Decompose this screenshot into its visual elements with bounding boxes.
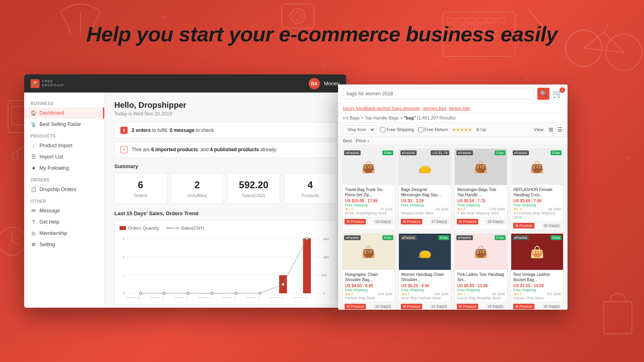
summary-cards: 6 Orders 2 Unfulfilled 592.20 Sales(USD)… [114,173,336,204]
breadcrumb: n's Bags > Top-Handle Bags > "bag" (1,45… [338,113,568,123]
free-badge-6: Free [438,235,449,240]
list-icon: ☰ [31,154,36,160]
product-card-2[interactable]: 👝 ePacket US $1.79 Bags Designer Messeng… [398,148,452,230]
product-name-5: Holographic Chain Shoulder Bag... [345,272,392,282]
free-shipping-checkbox[interactable] [380,127,385,132]
product-footer-2: 65 Sold [401,207,449,211]
svg-text:2019-11-11: 2019-11-11 [198,297,212,298]
product-sold-5: 234 Sold [378,292,392,296]
money-label[interactable]: Money [324,80,340,86]
sidebar-item-import-list[interactable]: ☰ Import List [24,151,104,162]
settings-icon: ⚙ [31,242,36,247]
svg-point-28 [0,227,26,255]
bar-day8 [303,239,311,293]
dot6 [259,292,261,294]
product-footer-8: ★4.8 312 Sold [514,292,561,296]
product-shipping-5: Free Shipping [345,288,392,292]
product-price-4: US $3.66 - 7.05 [514,199,561,203]
bag-emoji-1: 👜 [361,160,376,174]
sort-price[interactable]: Price ↕ [356,138,369,143]
product-price-5: US $4.50 - 8.99 [345,284,392,288]
process-button-5[interactable]: ⚙ Process [345,304,366,309]
process-button-4[interactable]: ⚙ Process [513,223,535,228]
svg-text:600: 600 [324,237,329,241]
product-info-1: Travel-Bag Trunk Six-Piece-Set Zip... US… [343,185,395,217]
list-view-icon[interactable]: ☰ [557,126,563,133]
cart-icon[interactable]: 🛒 1 [553,89,563,99]
process-days-7: 18 Day(s) [486,304,505,309]
product-card-4[interactable]: 👜 ePacket Free HEFLASHOR Female Handbag … [511,148,564,230]
tag-2[interactable]: women bag [423,106,446,111]
radar-icon: 📡 [31,121,36,127]
product-name-1: Travel-Bag Trunk Six-Piece-Set Zip... [345,187,392,197]
process-days-2: 17 Day(s) [430,219,449,224]
product-card-7[interactable]: 👜 ePacket Free Pink Ladies Tote Handbag … [454,233,508,310]
tag-3[interactable]: laptop bag [449,106,470,111]
sidebar-item-setting[interactable]: ⚙ Setting [24,239,104,250]
sidebar-item-best-selling[interactable]: 📡 Best Selling Radar [24,119,104,130]
svg-text:2: 2 [123,255,124,259]
product-shipping-7: Free Shipping [457,288,505,292]
free-shipping-filter[interactable]: Free Shipping [380,127,414,132]
process-button-3[interactable]: ⚙ Process [457,219,478,224]
bag-emoji-2: 👝 [418,160,432,174]
tag-1[interactable]: luxury handbags women bags designer [343,106,420,111]
product-footer-5: ★4.5 234 Sold [345,292,392,296]
svg-text:2019-11-15: 2019-11-15 [246,297,260,298]
product-card-5[interactable]: 👜 ePacket Free Holographic Chain Shoulde… [342,233,395,310]
svg-text:2019-11-13: 2019-11-13 [222,297,236,298]
process-button-7[interactable]: ⚙ Process [457,304,478,309]
product-store-2: Shop5121099 Store [401,211,449,215]
sort-best[interactable]: Best [343,138,352,143]
ship-from-select[interactable]: Ship from [343,125,376,134]
sidebar-item-get-help[interactable]: ? Get Help [24,216,104,228]
chart-area: Orders Quantity Sales(CNY) [114,220,336,305]
stars-filter[interactable]: ★★★★★ [452,127,472,132]
dot5 [235,292,237,294]
sidebar-label-get-help: Get Help [39,219,59,225]
dashboard-body: BUSINESS 🏠 Dashboard 📡 Best Selling Rada… [24,93,346,308]
grid-view-icon[interactable]: ⊞ [549,126,553,133]
free-return-label: Free Return [425,127,448,132]
svg-text:2019-11-17: 2019-11-17 [270,297,284,298]
product-process-4: ⚙ Process 20 Day(s) [511,221,564,230]
products-label: Products [289,193,332,198]
product-stars-4: ★4.4 [514,207,522,211]
product-card-6[interactable]: 👝 ePacket Free Women Handbag Chain Shoul… [398,233,452,310]
unfulfilled-label: Unfulfilled [176,193,219,198]
sidebar-item-dropship-orders[interactable]: 📋 Dropship Orders [24,184,104,195]
sidebar-label-product-import: Product Import [39,143,72,148]
product-card-3[interactable]: 👜 ePacket Free Messenger-Bags Tote Top-H… [454,148,508,230]
svg-point-16 [291,9,305,23]
process-button-6[interactable]: ⚙ Process [401,304,422,309]
process-button-8[interactable]: ⚙ Process [513,304,535,309]
product-process-3: ⚙ Process 18 Day(s) [455,217,507,226]
product-price-2: US $3 - 3.29 [401,199,449,203]
free-return-checkbox[interactable] [418,127,423,132]
sidebar-item-following[interactable]: ★ My Following [24,162,104,174]
process-days-5: 22 Day(s) [374,304,392,309]
product-card-8[interactable]: 👜 ePacket Free Red Vintage Leather Bucke… [511,233,564,310]
epacket-badge-7: ePacket [456,235,473,240]
sales-value: 592.20 [233,179,275,191]
product-price-6: US $5.20 - 9.50 [401,284,449,288]
process-button-2[interactable]: ⚙ Process [401,219,422,224]
search-input[interactable] [343,88,534,100]
sidebar-item-membership[interactable]: ◎ Membership [24,228,104,239]
process-button-1[interactable]: ⚙ Process [345,219,366,224]
logo-text: FREE DROPSHIP [42,80,64,88]
free-badge-7: Free [495,235,506,240]
dot2 [163,292,165,294]
sidebar-item-message[interactable]: ✉ Message [24,205,104,216]
sort-bar: Best Price ↕ [338,137,568,145]
product-card-1[interactable]: 👜 ePacket Free Travel-Bag Trunk Six-Piec… [342,148,395,230]
svg-rect-31 [604,302,632,334]
filter-bar: Ship from Free Shipping Free Return ★★★★… [338,123,568,137]
free-return-filter[interactable]: Free Return [418,127,448,132]
avatar[interactable]: RA [309,78,320,89]
free-badge-8: Free [551,235,561,240]
sidebar-item-dashboard[interactable]: 🏠 Dashboard [24,107,104,119]
search-button[interactable]: 🔍 [537,88,549,100]
epacket-badge-3: ePacket [456,150,473,155]
sidebar-item-product-import[interactable]: ↓ Product Import [24,140,104,151]
